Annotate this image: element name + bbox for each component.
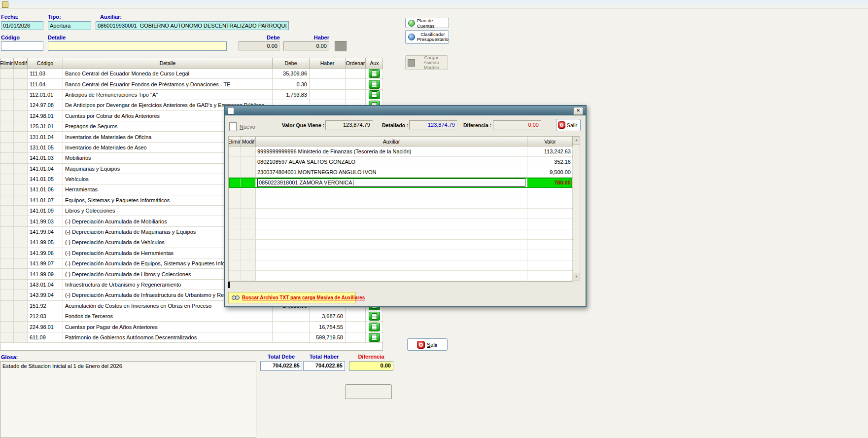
dialog-salir-button[interactable]: Salir: [556, 119, 581, 131]
scroll-down-arrow[interactable]: ▼: [573, 273, 580, 281]
modif-cell[interactable]: [14, 248, 28, 258]
modif-cell[interactable]: [241, 240, 256, 250]
account-row[interactable]: 111.03Banco Central del Ecuador Moneda d…: [0, 69, 382, 79]
account-row[interactable]: 212.03Fondos de Terceros3,687.60: [0, 311, 382, 322]
clasificador-presupuestario-button[interactable]: Clasificador Presupuestario: [405, 30, 449, 44]
elimin-cell[interactable]: [0, 111, 14, 121]
elimin-cell[interactable]: [229, 167, 241, 177]
elimin-cell[interactable]: [0, 280, 14, 290]
elimin-cell[interactable]: [0, 121, 14, 131]
account-row[interactable]: 611.09Patrimonio de Gobiernos Autónomos …: [0, 332, 382, 343]
tipo-input[interactable]: [48, 21, 91, 30]
modif-cell[interactable]: [241, 260, 256, 270]
dialog-vertical-scrollbar[interactable]: ▲ ▼: [573, 136, 580, 281]
modif-cell[interactable]: [14, 184, 28, 194]
elimin-cell[interactable]: [229, 178, 241, 187]
elimin-cell[interactable]: [229, 229, 241, 239]
aux-button[interactable]: [369, 333, 380, 342]
auxiliar-cell[interactable]: 0850223918001 ZAMORA VERONICA: [256, 178, 527, 187]
modif-cell[interactable]: [241, 198, 256, 208]
modif-cell[interactable]: [241, 229, 256, 239]
elimin-cell[interactable]: [229, 250, 241, 260]
modif-cell[interactable]: [14, 100, 28, 110]
elimin-cell[interactable]: [0, 69, 14, 78]
modif-cell[interactable]: [14, 206, 28, 216]
modif-cell[interactable]: [14, 237, 28, 247]
elimin-cell[interactable]: [0, 174, 14, 184]
glosa-textarea[interactable]: Estado de Situacion Inicial al 1 de Ener…: [0, 361, 256, 438]
codigo-input[interactable]: [1, 41, 43, 51]
fecha-input[interactable]: [1, 21, 43, 30]
modif-cell[interactable]: [241, 250, 256, 260]
aux-button[interactable]: [369, 323, 380, 331]
elimin-cell[interactable]: [0, 164, 14, 174]
elimin-cell[interactable]: [0, 311, 14, 321]
auxiliar-row[interactable]: 0802108597 ALAVA SALTOS GONZALO352.16: [229, 157, 572, 167]
aux-button[interactable]: [369, 80, 380, 89]
elimin-cell[interactable]: [0, 143, 14, 152]
elimin-cell[interactable]: [229, 219, 241, 229]
modif-cell[interactable]: [241, 271, 256, 281]
modif-cell[interactable]: [14, 290, 28, 300]
elimin-cell[interactable]: [0, 90, 14, 100]
modif-cell[interactable]: [14, 227, 28, 237]
modif-cell[interactable]: [241, 146, 256, 156]
modif-cell[interactable]: [14, 111, 28, 121]
detalle-input[interactable]: [48, 41, 227, 51]
modif-cell[interactable]: [241, 167, 256, 177]
aux-button[interactable]: [369, 90, 380, 99]
elimin-cell[interactable]: [0, 269, 14, 279]
gray-action-button[interactable]: [335, 41, 347, 51]
modif-cell[interactable]: [14, 153, 28, 163]
elimin-cell[interactable]: [0, 184, 14, 194]
elimin-cell[interactable]: [0, 79, 14, 89]
modif-cell[interactable]: [14, 195, 28, 205]
nuevo-button[interactable]: Nuevo: [229, 120, 262, 133]
modif-cell[interactable]: [14, 332, 28, 342]
elimin-cell[interactable]: [0, 153, 14, 163]
elimin-cell[interactable]: [0, 258, 14, 268]
account-row[interactable]: 224.98.01Cuentas por Pagar de Años Anter…: [0, 322, 382, 332]
modif-cell[interactable]: [14, 301, 28, 311]
modif-cell[interactable]: [14, 311, 28, 321]
account-row[interactable]: 112.01.01Anticipos de Remuneraciones Tip…: [0, 90, 382, 100]
modif-cell[interactable]: [241, 188, 256, 198]
modif-cell[interactable]: [14, 132, 28, 142]
modif-cell[interactable]: [14, 69, 28, 78]
elimin-cell[interactable]: [0, 100, 14, 110]
modif-cell[interactable]: [14, 280, 28, 290]
elimin-cell[interactable]: [229, 260, 241, 270]
auxiliar-row[interactable]: 0850223918001 ZAMORA VERONICA780.00: [229, 178, 572, 188]
scroll-up-arrow[interactable]: ▲: [573, 137, 580, 145]
aux-button[interactable]: [369, 312, 380, 321]
horizontal-scroll-thumb[interactable]: [228, 282, 230, 288]
auxiliar-input[interactable]: [96, 21, 289, 30]
salir-button[interactable]: Salir: [407, 338, 448, 351]
modif-cell[interactable]: [14, 174, 28, 184]
modif-cell[interactable]: [14, 258, 28, 268]
aux-button[interactable]: [369, 69, 380, 78]
elimin-cell[interactable]: [229, 209, 241, 219]
elimin-cell[interactable]: [229, 271, 241, 281]
elimin-cell[interactable]: [0, 132, 14, 142]
elimin-cell[interactable]: [229, 188, 241, 198]
dialog-close-button[interactable]: ✕: [573, 107, 583, 115]
modif-cell[interactable]: [14, 121, 28, 131]
modif-cell[interactable]: [14, 79, 28, 89]
plan-de-cuentas-button[interactable]: Plan de Cuentas: [405, 18, 449, 28]
elimin-cell[interactable]: [0, 227, 14, 237]
elimin-cell[interactable]: [0, 248, 14, 258]
modif-cell[interactable]: [241, 178, 256, 187]
cargar-asiento-modelo-button[interactable]: Cargar Asiento Modelo: [405, 55, 448, 70]
partial-bottom-button[interactable]: [345, 384, 392, 399]
auxiliar-row[interactable]: 9999999999996 Ministerio de Finanzas (Te…: [229, 146, 572, 157]
auxiliar-row[interactable]: 2300374804001 MONTENEGRO ANGULO IVON9,50…: [229, 167, 572, 178]
elimin-cell[interactable]: [0, 290, 14, 300]
modif-cell[interactable]: [14, 322, 28, 331]
modif-cell[interactable]: [241, 157, 256, 167]
account-row[interactable]: 111.04Banco Central del Ecuador Fondos d…: [0, 79, 382, 89]
modif-cell[interactable]: [14, 90, 28, 100]
elimin-cell[interactable]: [229, 198, 241, 208]
elimin-cell[interactable]: [0, 322, 14, 331]
elimin-cell[interactable]: [0, 206, 14, 216]
